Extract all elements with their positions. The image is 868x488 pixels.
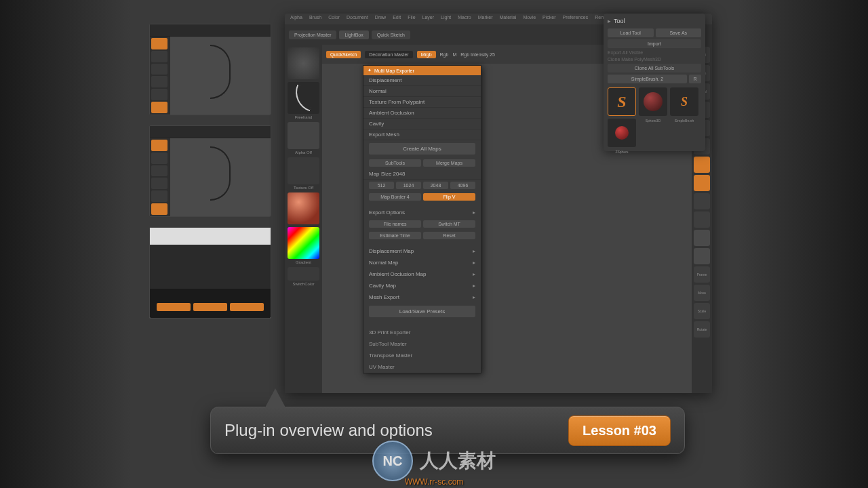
size-4096[interactable]: 4096: [450, 182, 475, 189]
ao-map-expand[interactable]: Ambient Occlusion Map: [363, 268, 481, 280]
menu-item[interactable]: Marker: [478, 15, 493, 23]
size-2048[interactable]: 2048: [423, 182, 448, 189]
menu-item[interactable]: Edit: [393, 15, 401, 23]
menu-item[interactable]: Layer: [422, 15, 435, 23]
menu-item[interactable]: Alpha: [290, 15, 302, 23]
menu-item[interactable]: Draw: [375, 15, 386, 23]
estimate-time-button[interactable]: Estimate Time: [369, 232, 421, 239]
quicksketch-tab[interactable]: QuickSketch: [326, 51, 361, 58]
material-thumbnail[interactable]: [288, 192, 319, 224]
alpha-thumbnail[interactable]: [288, 122, 319, 149]
watermark: NC 人人素材: [372, 441, 496, 481]
tool-grid: SSimpleBrush Sphere3D SSimpleBrush ZSphe…: [608, 87, 701, 147]
shelf-button-active[interactable]: [694, 157, 710, 173]
rgb-intensity-label: Rgb Intensity 25: [460, 52, 495, 57]
scale-button[interactable]: Scale: [694, 303, 710, 319]
map-border-label: Map Border 4: [369, 193, 421, 201]
menu-item[interactable]: Macro: [458, 15, 471, 23]
plugin-item-normal[interactable]: Normal: [363, 86, 481, 97]
shelf-button-active[interactable]: [694, 175, 710, 191]
tool-panel-title[interactable]: Tool: [608, 18, 701, 24]
tool-simplebrush[interactable]: SSimpleBrush: [608, 87, 636, 116]
load-tool-button[interactable]: Load Tool: [608, 28, 654, 37]
menu-item[interactable]: Material: [499, 15, 516, 23]
reset-button[interactable]: Reset: [423, 232, 475, 239]
switch-color[interactable]: [288, 267, 319, 281]
create-all-maps-button[interactable]: Create All Maps: [369, 143, 475, 155]
shelf-button[interactable]: [694, 248, 710, 264]
mrgb-button[interactable]: Mrgb: [417, 51, 436, 58]
projection-master-button[interactable]: Projection Master: [289, 30, 336, 39]
menu-item[interactable]: Color: [328, 15, 340, 23]
tool-panel: Tool Load Tool Save As Import Export All…: [604, 14, 705, 151]
thumbnail-3-browser: [149, 227, 271, 319]
menu-item[interactable]: Picker: [542, 15, 555, 23]
plugin-item-texture[interactable]: Texture From Polypaint: [363, 97, 481, 108]
rotate-button[interactable]: Rotate: [694, 321, 710, 338]
brush-thumbnail[interactable]: [288, 47, 319, 79]
shelf-button[interactable]: [694, 211, 710, 228]
texture-label: Texture Off: [288, 186, 319, 190]
load-save-presets-button[interactable]: Load/Save Presets: [369, 306, 475, 317]
watermark-logo: NC: [372, 441, 413, 481]
menu-item[interactable]: Document: [347, 15, 368, 23]
import-button[interactable]: Import: [608, 39, 701, 48]
transpose-master[interactable]: Transpose Master: [363, 350, 481, 361]
tool-sphere3d[interactable]: Sphere3D: [639, 87, 667, 116]
flip-v-button[interactable]: Flip V: [423, 193, 475, 201]
tutorial-stage: Alpha Brush Color Document Draw Edit Fil…: [149, 7, 712, 400]
save-as-button[interactable]: Save As: [656, 28, 702, 37]
size-1024[interactable]: 1024: [396, 182, 421, 189]
export-row: Export All Visible: [608, 50, 701, 55]
thumbnail-column: [149, 24, 271, 329]
rgb-button[interactable]: Rgb: [440, 52, 449, 57]
color-picker[interactable]: [288, 227, 319, 259]
map-size-label: Map Size 2048: [363, 169, 481, 180]
tool-simplebrush-2[interactable]: SSimpleBrush: [670, 87, 698, 116]
menu-item[interactable]: Movie: [523, 15, 536, 23]
plugin-item-export-mesh[interactable]: Export Mesh: [363, 129, 481, 140]
left-palette: Freehand Alpha Off Texture Off Gradient …: [285, 45, 322, 393]
stroke-thumbnail[interactable]: [288, 82, 319, 114]
merge-maps-button[interactable]: Merge Maps: [423, 159, 475, 167]
switchcolor-label: SwitchColor: [288, 282, 319, 286]
r-button[interactable]: R: [689, 75, 701, 83]
switch-mt-button[interactable]: Switch MT: [423, 220, 475, 228]
texture-thumbnail[interactable]: [288, 157, 319, 184]
stroke-label: Freehand: [288, 115, 319, 119]
normal-map-expand[interactable]: Normal Map: [363, 257, 481, 268]
clone-row: Clone Make PolyMesh3D: [608, 57, 701, 62]
quicksketch-button[interactable]: Quick Sketch: [372, 30, 410, 39]
plugin-item-ao[interactable]: Ambient Occlusion: [363, 108, 481, 119]
watermark-url: WWW.rr-sc.com: [405, 477, 464, 487]
menu-item[interactable]: Preferences: [563, 15, 589, 23]
export-options-expand[interactable]: Export Options: [363, 207, 481, 218]
3d-print-exporter[interactable]: 3D Print Exporter: [363, 327, 481, 338]
size-512[interactable]: 512: [369, 182, 394, 189]
uv-master[interactable]: UV Master: [363, 361, 481, 373]
watermark-text: 人人素材: [420, 448, 496, 474]
subtools-button[interactable]: SubTools: [369, 159, 421, 167]
gradient-label: Gradient: [288, 260, 319, 264]
menu-item[interactable]: Brush: [309, 15, 321, 23]
plugin-item-cavity[interactable]: Cavity: [363, 119, 481, 129]
decimation-tab[interactable]: Decimation Master: [365, 51, 412, 58]
m-button[interactable]: M: [452, 52, 456, 57]
menu-item[interactable]: Light: [441, 15, 451, 23]
disp-map-expand[interactable]: Displacement Map: [363, 245, 481, 257]
cavity-map-expand[interactable]: Cavity Map: [363, 280, 481, 291]
clone-all-subtools-button[interactable]: Clone All SubTools: [608, 64, 701, 73]
shelf-button[interactable]: [694, 230, 710, 246]
thumbnail-1: [149, 24, 271, 115]
mesh-export-expand[interactable]: Mesh Export: [363, 291, 481, 303]
lightbox-button[interactable]: LightBox: [339, 30, 368, 39]
plugin-header[interactable]: ✦Multi Map Exporter: [363, 66, 481, 75]
file-names-button[interactable]: File names: [369, 220, 421, 228]
tool-zsphere[interactable]: ZSphere: [608, 119, 636, 147]
frame-button[interactable]: Frame: [694, 266, 710, 283]
plugin-item-displacement[interactable]: Displacement: [363, 75, 481, 86]
subtool-master[interactable]: SubTool Master: [363, 338, 481, 350]
shelf-button[interactable]: [694, 193, 710, 209]
menu-item[interactable]: File: [408, 15, 415, 23]
move-button[interactable]: Move: [694, 285, 710, 301]
